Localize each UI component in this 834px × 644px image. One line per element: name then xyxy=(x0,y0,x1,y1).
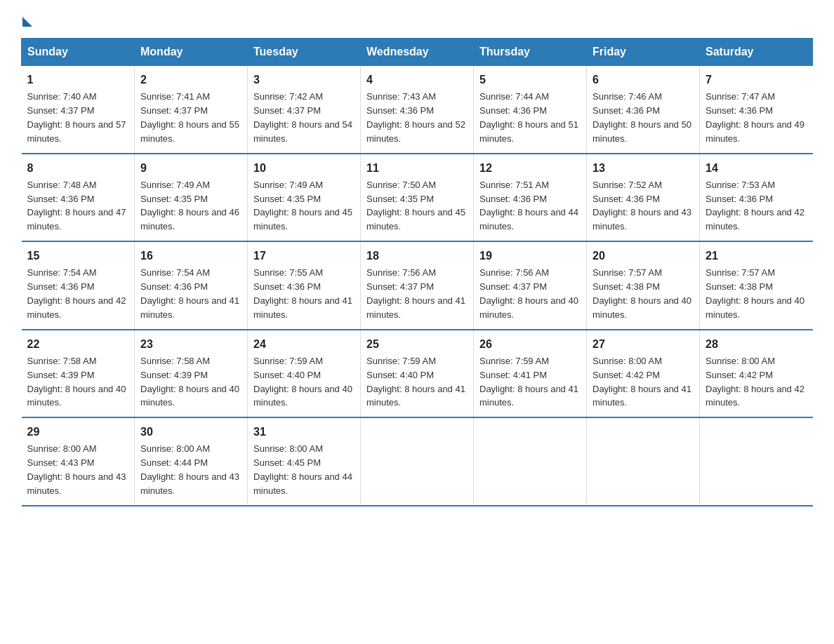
calendar-cell: 4Sunrise: 7:43 AMSunset: 4:36 PMDaylight… xyxy=(361,66,474,154)
day-number: 3 xyxy=(253,72,355,88)
day-number: 11 xyxy=(366,160,468,176)
logo-triangle-icon xyxy=(22,17,32,27)
calendar-cell: 29Sunrise: 8:00 AMSunset: 4:43 PMDayligh… xyxy=(22,417,135,506)
day-info: Sunrise: 7:57 AMSunset: 4:38 PMDaylight:… xyxy=(706,267,805,320)
calendar-cell: 6Sunrise: 7:46 AMSunset: 4:36 PMDaylight… xyxy=(587,66,700,154)
calendar-cell xyxy=(587,417,700,506)
calendar-cell: 8Sunrise: 7:48 AMSunset: 4:36 PMDaylight… xyxy=(22,154,135,242)
day-number: 31 xyxy=(253,424,355,440)
day-number: 26 xyxy=(479,336,581,352)
day-number: 22 xyxy=(27,336,129,352)
day-number: 2 xyxy=(140,72,241,88)
day-number: 20 xyxy=(593,248,694,264)
calendar-cell: 19Sunrise: 7:56 AMSunset: 4:37 PMDayligh… xyxy=(474,241,587,330)
calendar-cell: 21Sunrise: 7:57 AMSunset: 4:38 PMDayligh… xyxy=(700,241,813,330)
day-info: Sunrise: 7:49 AMSunset: 4:35 PMDaylight:… xyxy=(253,180,352,232)
day-number: 9 xyxy=(140,160,241,176)
header-friday: Friday xyxy=(587,39,700,66)
calendar-cell: 31Sunrise: 8:00 AMSunset: 4:45 PMDayligh… xyxy=(248,417,361,506)
day-info: Sunrise: 8:00 AMSunset: 4:44 PMDaylight:… xyxy=(140,443,239,496)
day-info: Sunrise: 7:40 AMSunset: 4:37 PMDaylight:… xyxy=(27,91,126,144)
day-info: Sunrise: 7:56 AMSunset: 4:37 PMDaylight:… xyxy=(479,267,578,320)
day-info: Sunrise: 7:59 AMSunset: 4:40 PMDaylight:… xyxy=(366,356,465,408)
calendar-cell: 20Sunrise: 7:57 AMSunset: 4:38 PMDayligh… xyxy=(587,241,700,330)
calendar-table: SundayMondayTuesdayWednesdayThursdayFrid… xyxy=(21,38,813,507)
page-header xyxy=(21,14,813,24)
calendar-cell: 3Sunrise: 7:42 AMSunset: 4:37 PMDaylight… xyxy=(248,66,361,154)
calendar-cell: 5Sunrise: 7:44 AMSunset: 4:36 PMDaylight… xyxy=(474,66,587,154)
day-info: Sunrise: 7:59 AMSunset: 4:40 PMDaylight:… xyxy=(253,356,352,408)
calendar-cell: 7Sunrise: 7:47 AMSunset: 4:36 PMDaylight… xyxy=(700,66,813,154)
header-sunday: Sunday xyxy=(22,39,135,66)
day-info: Sunrise: 7:55 AMSunset: 4:36 PMDaylight:… xyxy=(253,267,352,320)
calendar-week-row: 15Sunrise: 7:54 AMSunset: 4:36 PMDayligh… xyxy=(22,241,813,330)
calendar-cell: 26Sunrise: 7:59 AMSunset: 4:41 PMDayligh… xyxy=(474,330,587,418)
day-info: Sunrise: 7:47 AMSunset: 4:36 PMDaylight:… xyxy=(706,91,805,144)
calendar-cell: 14Sunrise: 7:53 AMSunset: 4:36 PMDayligh… xyxy=(700,154,813,242)
day-number: 13 xyxy=(593,160,694,176)
header-monday: Monday xyxy=(135,39,248,66)
logo xyxy=(21,14,32,24)
calendar-cell: 10Sunrise: 7:49 AMSunset: 4:35 PMDayligh… xyxy=(248,154,361,242)
day-info: Sunrise: 7:56 AMSunset: 4:37 PMDaylight:… xyxy=(366,267,465,320)
day-number: 7 xyxy=(706,72,807,88)
calendar-week-row: 1Sunrise: 7:40 AMSunset: 4:37 PMDaylight… xyxy=(22,66,813,154)
calendar-cell: 27Sunrise: 8:00 AMSunset: 4:42 PMDayligh… xyxy=(587,330,700,418)
calendar-cell: 15Sunrise: 7:54 AMSunset: 4:36 PMDayligh… xyxy=(22,241,135,330)
header-saturday: Saturday xyxy=(700,39,813,66)
calendar-cell: 11Sunrise: 7:50 AMSunset: 4:35 PMDayligh… xyxy=(361,154,474,242)
day-number: 30 xyxy=(140,424,241,440)
calendar-cell: 30Sunrise: 8:00 AMSunset: 4:44 PMDayligh… xyxy=(135,417,248,506)
day-number: 29 xyxy=(27,424,129,440)
day-info: Sunrise: 8:00 AMSunset: 4:43 PMDaylight:… xyxy=(27,443,126,496)
day-number: 15 xyxy=(27,248,129,264)
calendar-cell: 23Sunrise: 7:58 AMSunset: 4:39 PMDayligh… xyxy=(135,330,248,418)
day-info: Sunrise: 7:44 AMSunset: 4:36 PMDaylight:… xyxy=(479,91,578,144)
day-number: 4 xyxy=(366,72,468,88)
day-number: 24 xyxy=(253,336,355,352)
day-info: Sunrise: 7:51 AMSunset: 4:36 PMDaylight:… xyxy=(479,180,578,232)
calendar-cell: 13Sunrise: 7:52 AMSunset: 4:36 PMDayligh… xyxy=(587,154,700,242)
calendar-cell: 16Sunrise: 7:54 AMSunset: 4:36 PMDayligh… xyxy=(135,241,248,330)
day-number: 19 xyxy=(479,248,581,264)
day-number: 8 xyxy=(27,160,129,176)
calendar-cell: 2Sunrise: 7:41 AMSunset: 4:37 PMDaylight… xyxy=(135,66,248,154)
day-number: 27 xyxy=(593,336,694,352)
day-info: Sunrise: 8:00 AMSunset: 4:42 PMDaylight:… xyxy=(706,356,805,408)
day-info: Sunrise: 7:48 AMSunset: 4:36 PMDaylight:… xyxy=(27,180,126,232)
day-number: 1 xyxy=(27,72,129,88)
day-info: Sunrise: 7:58 AMSunset: 4:39 PMDaylight:… xyxy=(27,356,126,408)
day-info: Sunrise: 7:49 AMSunset: 4:35 PMDaylight:… xyxy=(140,180,239,232)
day-number: 28 xyxy=(706,336,807,352)
day-info: Sunrise: 8:00 AMSunset: 4:45 PMDaylight:… xyxy=(253,443,352,496)
calendar-cell xyxy=(700,417,813,506)
day-info: Sunrise: 8:00 AMSunset: 4:42 PMDaylight:… xyxy=(593,356,691,408)
day-info: Sunrise: 7:58 AMSunset: 4:39 PMDaylight:… xyxy=(140,356,239,408)
day-number: 5 xyxy=(479,72,581,88)
calendar-header-row: SundayMondayTuesdayWednesdayThursdayFrid… xyxy=(22,39,813,66)
day-number: 23 xyxy=(140,336,241,352)
day-number: 25 xyxy=(366,336,468,352)
day-info: Sunrise: 7:42 AMSunset: 4:37 PMDaylight:… xyxy=(253,91,352,144)
header-thursday: Thursday xyxy=(474,39,587,66)
day-number: 6 xyxy=(593,72,694,88)
calendar-cell xyxy=(474,417,587,506)
calendar-cell: 22Sunrise: 7:58 AMSunset: 4:39 PMDayligh… xyxy=(22,330,135,418)
day-info: Sunrise: 7:53 AMSunset: 4:36 PMDaylight:… xyxy=(706,180,805,232)
header-tuesday: Tuesday xyxy=(248,39,361,66)
day-info: Sunrise: 7:46 AMSunset: 4:36 PMDaylight:… xyxy=(593,91,691,144)
calendar-cell: 28Sunrise: 8:00 AMSunset: 4:42 PMDayligh… xyxy=(700,330,813,418)
day-number: 16 xyxy=(140,248,241,264)
calendar-week-row: 29Sunrise: 8:00 AMSunset: 4:43 PMDayligh… xyxy=(22,417,813,506)
day-info: Sunrise: 7:43 AMSunset: 4:36 PMDaylight:… xyxy=(366,91,465,144)
day-number: 14 xyxy=(706,160,807,176)
calendar-cell: 17Sunrise: 7:55 AMSunset: 4:36 PMDayligh… xyxy=(248,241,361,330)
calendar-cell: 9Sunrise: 7:49 AMSunset: 4:35 PMDaylight… xyxy=(135,154,248,242)
calendar-cell: 24Sunrise: 7:59 AMSunset: 4:40 PMDayligh… xyxy=(248,330,361,418)
day-info: Sunrise: 7:57 AMSunset: 4:38 PMDaylight:… xyxy=(593,267,691,320)
day-info: Sunrise: 7:50 AMSunset: 4:35 PMDaylight:… xyxy=(366,180,465,232)
day-info: Sunrise: 7:59 AMSunset: 4:41 PMDaylight:… xyxy=(479,356,578,408)
day-info: Sunrise: 7:54 AMSunset: 4:36 PMDaylight:… xyxy=(27,267,126,320)
calendar-cell xyxy=(361,417,474,506)
calendar-cell: 18Sunrise: 7:56 AMSunset: 4:37 PMDayligh… xyxy=(361,241,474,330)
